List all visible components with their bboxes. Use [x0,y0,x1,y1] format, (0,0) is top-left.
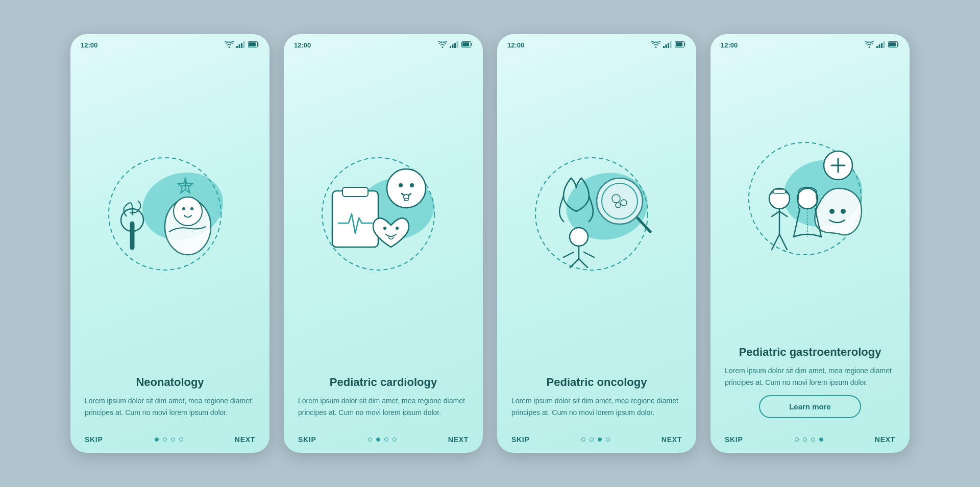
svg-point-56 [841,209,846,214]
screen-description: Lorem ipsum dolor sit dim amet, mea regi… [725,365,895,388]
svg-point-11 [174,197,202,226]
svg-rect-47 [879,44,880,48]
dot-4[interactable] [393,437,397,442]
next-button[interactable]: NEXT [662,435,682,444]
screen-title: Pediatric oncology [511,375,682,389]
svg-rect-17 [457,41,458,48]
dot-1[interactable] [581,437,585,442]
illustration-area [70,53,270,375]
content-area: Neonatology Lorem ipsum dolor sit dim am… [70,375,270,430]
svg-rect-15 [452,44,454,48]
dot-1[interactable] [368,437,372,442]
svg-rect-46 [876,46,878,48]
signal-icon [663,41,672,50]
learn-more-button[interactable]: Learn more [759,395,861,418]
svg-rect-58 [773,189,786,193]
svg-rect-48 [881,43,883,48]
svg-rect-26 [404,199,408,201]
signal-icon [450,41,459,50]
wifi-icon [865,41,874,50]
skip-button[interactable]: SKIP [85,435,103,444]
status-bar: 12:00 [710,34,910,53]
svg-rect-16 [454,43,456,48]
wifi-icon [225,41,234,50]
svg-rect-0 [236,46,238,48]
dot-2[interactable] [376,437,380,442]
dot-1[interactable] [155,437,159,442]
status-icons [865,41,899,50]
phone-screen-neonatology: 12:00 [70,34,270,453]
oncology-illustration [525,148,668,280]
svg-rect-32 [666,44,667,48]
battery-icon [675,41,686,49]
status-bar: 12:00 [284,34,483,53]
svg-point-59 [797,188,818,209]
screen-description: Lorem ipsum dolor sit dim amet, mea regi… [298,395,469,418]
phone-screen-cardiology: 12:00 [284,34,483,453]
dot-4[interactable] [179,437,183,442]
svg-rect-31 [663,46,665,48]
battery-icon [461,41,473,49]
content-area: Pediatric cardiology Lorem ipsum dolor s… [284,375,483,430]
status-bar: 12:00 [70,34,270,53]
status-time: 12:00 [721,41,738,49]
illustration-area [284,53,483,375]
svg-point-24 [410,183,414,187]
signal-icon [876,41,886,50]
dot-3[interactable] [171,437,175,442]
status-time: 12:00 [294,41,311,49]
skip-button[interactable]: SKIP [511,435,529,444]
svg-point-13 [190,207,193,210]
svg-line-44 [638,218,650,232]
next-button[interactable]: NEXT [448,435,469,444]
svg-point-55 [829,209,835,214]
dot-4[interactable] [819,437,823,442]
neonatology-illustration [99,148,241,280]
skip-button[interactable]: SKIP [298,435,316,444]
next-button[interactable]: NEXT [875,435,895,444]
wifi-icon [651,41,660,50]
dot-1[interactable] [795,437,799,442]
screen-title: Pediatric cardiology [298,375,469,389]
svg-point-29 [383,227,386,230]
svg-rect-2 [241,43,242,48]
svg-rect-49 [884,41,885,48]
dot-3[interactable] [598,437,602,442]
status-icons [225,41,259,50]
screen-description: Lorem ipsum dolor sit dim amet, mea regi… [511,395,682,418]
svg-rect-28 [342,187,368,197]
screens-container: 12:00 [50,14,930,473]
svg-rect-36 [676,42,682,46]
svg-point-23 [399,183,403,187]
skip-button[interactable]: SKIP [725,435,743,444]
next-button[interactable]: NEXT [235,435,255,444]
dot-4[interactable] [606,437,610,442]
wifi-icon [438,41,447,50]
status-icons [438,41,473,50]
svg-rect-33 [668,43,669,48]
screen-title: Neonatology [85,375,255,389]
svg-rect-19 [462,42,469,46]
dot-3[interactable] [384,437,388,442]
nav-dots [368,437,397,442]
nav-bar: SKIP NEXT [70,430,270,453]
nav-dots [155,437,183,442]
nav-bar: SKIP NEXT [497,430,696,453]
screen-description: Lorem ipsum dolor sit dim amet, mea regi… [85,395,255,418]
dot-2[interactable] [590,437,594,442]
dot-3[interactable] [811,437,815,442]
svg-rect-51 [889,42,896,46]
status-time: 12:00 [507,41,524,49]
svg-rect-14 [450,46,451,48]
svg-rect-5 [249,42,256,46]
dot-2[interactable] [803,437,807,442]
status-bar: 12:00 [497,34,696,53]
illustration-area [710,53,910,345]
dot-2[interactable] [163,437,167,442]
svg-rect-27 [332,191,378,247]
content-area: Pediatric gastroenterology Lorem ipsum d… [710,345,910,430]
svg-rect-3 [243,41,245,48]
status-time: 12:00 [81,41,97,49]
svg-rect-1 [239,44,240,48]
status-icons [651,41,686,50]
